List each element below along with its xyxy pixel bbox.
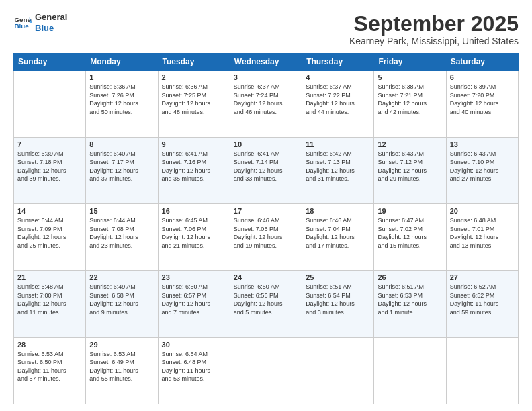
calendar-day-15: 15Sunrise: 6:44 AM Sunset: 7:08 PM Dayli… [86,203,158,270]
calendar-day-30: 30Sunrise: 6:54 AM Sunset: 6:48 PM Dayli… [158,337,230,404]
day-info: Sunrise: 6:51 AM Sunset: 6:54 PM Dayligh… [306,283,370,316]
day-info: Sunrise: 6:42 AM Sunset: 7:13 PM Dayligh… [306,150,370,183]
day-info: Sunrise: 6:44 AM Sunset: 7:08 PM Dayligh… [89,216,154,250]
calendar-week-row: 28Sunrise: 6:53 AM Sunset: 6:50 PM Dayli… [14,337,519,404]
day-number: 12 [378,140,442,148]
calendar-day-1: 1Sunrise: 6:36 AM Sunset: 7:26 PM Daylig… [86,71,158,137]
day-info: Sunrise: 6:51 AM Sunset: 6:53 PM Dayligh… [378,283,442,316]
day-info: Sunrise: 6:39 AM Sunset: 7:18 PM Dayligh… [17,150,82,183]
day-number: 2 [162,73,226,81]
calendar-day-17: 17Sunrise: 6:46 AM Sunset: 7:05 PM Dayli… [230,203,302,270]
calendar-day-16: 16Sunrise: 6:45 AM Sunset: 7:06 PM Dayli… [158,203,230,270]
logo-icon: General Blue [13,13,32,32]
day-info: Sunrise: 6:38 AM Sunset: 7:21 PM Dayligh… [378,83,442,116]
day-number: 21 [17,273,82,281]
calendar-empty-cell [374,337,446,404]
calendar-day-12: 12Sunrise: 6:43 AM Sunset: 7:12 PM Dayli… [374,137,446,203]
day-info: Sunrise: 6:50 AM Sunset: 6:56 PM Dayligh… [234,283,298,316]
day-number: 19 [378,207,442,215]
logo: General Blue General Blue [13,12,67,33]
day-number: 24 [234,273,298,281]
calendar-day-5: 5Sunrise: 6:38 AM Sunset: 7:21 PM Daylig… [374,71,446,137]
calendar-day-28: 28Sunrise: 6:53 AM Sunset: 6:50 PM Dayli… [14,337,86,404]
calendar-empty-cell [302,337,374,404]
day-header-sunday: Sunday [14,54,86,71]
calendar-day-22: 22Sunrise: 6:49 AM Sunset: 6:58 PM Dayli… [86,271,158,337]
calendar-day-8: 8Sunrise: 6:40 AM Sunset: 7:17 PM Daylig… [86,137,158,203]
day-number: 11 [306,140,370,148]
calendar-day-11: 11Sunrise: 6:42 AM Sunset: 7:13 PM Dayli… [302,137,374,203]
day-header-tuesday: Tuesday [158,54,230,71]
day-number: 29 [89,340,154,349]
day-info: Sunrise: 6:46 AM Sunset: 7:04 PM Dayligh… [306,216,370,250]
calendar-day-21: 21Sunrise: 6:48 AM Sunset: 7:00 PM Dayli… [14,271,86,337]
calendar-day-14: 14Sunrise: 6:44 AM Sunset: 7:09 PM Dayli… [14,203,86,270]
day-info: Sunrise: 6:37 AM Sunset: 7:24 PM Dayligh… [234,83,298,116]
day-number: 22 [89,273,154,281]
logo-line2: Blue [35,23,67,34]
day-header-thursday: Thursday [302,54,374,71]
day-number: 8 [89,140,154,148]
day-number: 1 [89,73,154,81]
calendar-day-20: 20Sunrise: 6:48 AM Sunset: 7:01 PM Dayli… [446,203,518,270]
location: Kearney Park, Mississippi, United States [349,36,519,46]
calendar-empty-cell [230,337,302,404]
calendar-week-row: 21Sunrise: 6:48 AM Sunset: 7:00 PM Dayli… [14,271,519,337]
day-number: 17 [234,207,298,215]
day-number: 4 [306,73,370,81]
calendar-day-2: 2Sunrise: 6:36 AM Sunset: 7:25 PM Daylig… [158,71,230,137]
day-info: Sunrise: 6:53 AM Sunset: 6:50 PM Dayligh… [17,350,82,383]
day-header-friday: Friday [374,54,446,71]
day-info: Sunrise: 6:46 AM Sunset: 7:05 PM Dayligh… [234,216,298,250]
day-number: 26 [378,273,442,281]
day-info: Sunrise: 6:47 AM Sunset: 7:02 PM Dayligh… [378,216,442,250]
calendar-day-25: 25Sunrise: 6:51 AM Sunset: 6:54 PM Dayli… [302,271,374,337]
day-number: 16 [162,207,226,215]
calendar-week-row: 14Sunrise: 6:44 AM Sunset: 7:09 PM Dayli… [14,203,519,270]
calendar-day-29: 29Sunrise: 6:53 AM Sunset: 6:49 PM Dayli… [86,337,158,404]
calendar-day-27: 27Sunrise: 6:52 AM Sunset: 6:52 PM Dayli… [446,271,518,337]
svg-text:Blue: Blue [14,22,29,30]
day-number: 23 [162,273,226,281]
day-info: Sunrise: 6:49 AM Sunset: 6:58 PM Dayligh… [89,283,154,316]
day-info: Sunrise: 6:45 AM Sunset: 7:06 PM Dayligh… [162,216,226,250]
day-info: Sunrise: 6:53 AM Sunset: 6:49 PM Dayligh… [89,350,154,383]
title-block: September 2025 Kearney Park, Mississippi… [349,12,519,46]
day-info: Sunrise: 6:44 AM Sunset: 7:09 PM Dayligh… [17,216,82,250]
day-info: Sunrise: 6:41 AM Sunset: 7:14 PM Dayligh… [234,150,298,183]
calendar-day-9: 9Sunrise: 6:41 AM Sunset: 7:16 PM Daylig… [158,137,230,203]
logo-line1: General [35,12,67,23]
calendar-day-18: 18Sunrise: 6:46 AM Sunset: 7:04 PM Dayli… [302,203,374,270]
calendar-day-7: 7Sunrise: 6:39 AM Sunset: 7:18 PM Daylig… [14,137,86,203]
day-number: 30 [162,340,226,349]
day-header-wednesday: Wednesday [230,54,302,71]
calendar-day-10: 10Sunrise: 6:41 AM Sunset: 7:14 PM Dayli… [230,137,302,203]
day-info: Sunrise: 6:36 AM Sunset: 7:26 PM Dayligh… [89,83,154,116]
day-info: Sunrise: 6:37 AM Sunset: 7:22 PM Dayligh… [306,83,370,116]
calendar-day-19: 19Sunrise: 6:47 AM Sunset: 7:02 PM Dayli… [374,203,446,270]
day-info: Sunrise: 6:50 AM Sunset: 6:57 PM Dayligh… [162,283,226,316]
day-info: Sunrise: 6:39 AM Sunset: 7:20 PM Dayligh… [450,83,515,116]
header: General Blue General Blue September 2025… [13,12,519,46]
day-info: Sunrise: 6:41 AM Sunset: 7:16 PM Dayligh… [162,150,226,183]
day-number: 20 [450,207,515,215]
calendar-header-row: SundayMondayTuesdayWednesdayThursdayFrid… [14,54,519,71]
calendar-empty-cell [446,337,518,404]
day-info: Sunrise: 6:43 AM Sunset: 7:10 PM Dayligh… [450,150,515,183]
day-number: 27 [450,273,515,281]
day-number: 25 [306,273,370,281]
day-info: Sunrise: 6:43 AM Sunset: 7:12 PM Dayligh… [378,150,442,183]
day-number: 7 [17,140,82,148]
day-number: 3 [234,73,298,81]
day-number: 9 [162,140,226,148]
calendar-week-row: 1Sunrise: 6:36 AM Sunset: 7:26 PM Daylig… [14,71,519,137]
month-title: September 2025 [349,12,519,36]
calendar-day-26: 26Sunrise: 6:51 AM Sunset: 6:53 PM Dayli… [374,271,446,337]
day-info: Sunrise: 6:48 AM Sunset: 7:01 PM Dayligh… [450,216,515,250]
day-number: 5 [378,73,442,81]
calendar-table: SundayMondayTuesdayWednesdayThursdayFrid… [13,53,519,404]
day-number: 10 [234,140,298,148]
day-number: 28 [17,340,82,349]
day-number: 13 [450,140,515,148]
calendar-day-6: 6Sunrise: 6:39 AM Sunset: 7:20 PM Daylig… [446,71,518,137]
